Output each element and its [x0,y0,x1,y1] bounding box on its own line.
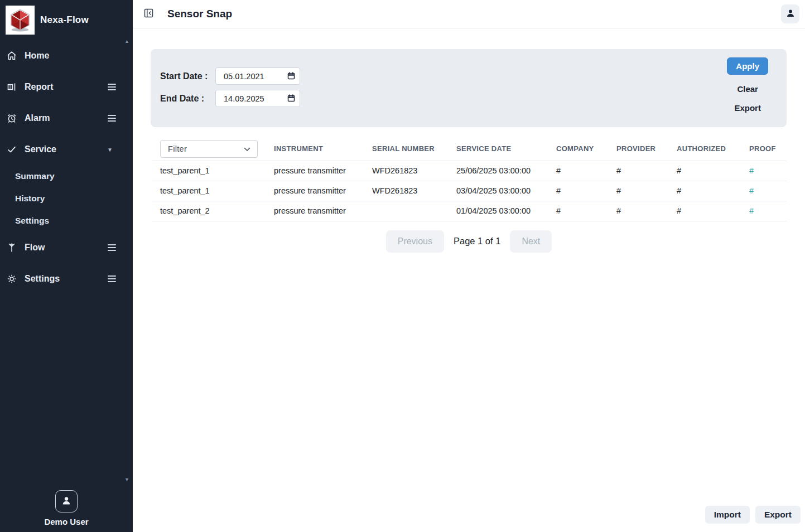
brand: Nexa-Flow [0,0,133,40]
sidebar: Nexa-Flow ▲ Home Report Alarm [0,0,133,532]
submenu-toggle-icon[interactable] [108,115,116,122]
cell-serial-number: WFD261823 [372,161,456,181]
sidebar-item-service[interactable]: Service ▼ [0,134,133,165]
submenu-item-label: History [15,194,45,204]
home-icon [7,51,17,61]
page-indicator: Page 1 of 1 [454,236,500,246]
sidebar-subitem-history[interactable]: History [0,187,133,210]
main-area: Sensor Snap Start Date : End Date : [133,0,805,532]
column-header-instrument: INSTRUMENT [274,137,372,161]
sidebar-item-settings[interactable]: Settings [0,263,133,294]
chevron-down-icon [244,144,250,153]
cell-provider: # [616,201,677,221]
proof-link[interactable]: # [749,186,754,195]
sidebar-item-label: Settings [25,274,108,284]
cell-instrument: pressure transmitter [274,161,372,181]
sidebar-item-report[interactable]: Report [0,71,133,103]
cell-company: # [556,181,616,201]
column-header-authorized: AUTHORIZED [677,137,749,161]
service-table: Filter INSTRUMENT SERIAL NUMBER SERVICE … [152,137,787,221]
export-filter-button[interactable]: Export [734,103,761,113]
user-name: Demo User [0,517,133,526]
cell-instrument: pressure transmitter [274,181,372,201]
apply-button[interactable]: Apply [727,57,768,75]
table-row: test_parent_1 pressure transmitter WFD26… [152,181,787,201]
cell-service-date: 03/04/2025 03:00:00 [456,181,556,201]
import-button[interactable]: Import [705,506,750,524]
filter-select[interactable]: Filter [160,140,258,158]
column-header-service-date: SERVICE DATE [456,137,556,161]
person-icon [785,8,796,20]
cell-proof: # [749,161,787,181]
clear-button[interactable]: Clear [737,84,758,94]
submenu-toggle-icon[interactable] [108,275,116,282]
footer-actions: Import Export [705,506,801,524]
sidebar-item-label: Service [25,144,107,154]
end-date-label: End Date : [160,94,215,104]
alarm-icon [7,113,17,123]
page-title: Sensor Snap [167,8,232,20]
column-header-company: COMPANY [556,137,616,161]
sidebar-item-label: Home [25,51,126,61]
nav-scroll-down-icon[interactable]: ▼ [124,477,129,482]
service-submenu: Summary History Settings [0,165,133,232]
sidebar-subitem-summary[interactable]: Summary [0,165,133,187]
cell-service-date: 25/06/2025 03:00:00 [456,161,556,181]
gear-icon [7,274,17,284]
flow-icon [7,243,17,253]
brand-name: Nexa-Flow [40,14,89,26]
proof-link[interactable]: # [749,166,754,175]
cell-proof: # [749,201,787,221]
proof-link[interactable]: # [749,206,754,215]
column-header-proof: PROOF [749,137,787,161]
cell-company: # [556,161,616,181]
cell-authorized: # [677,201,749,221]
column-header-provider: PROVIDER [616,137,677,161]
cell-serial-number: WFD261823 [372,181,456,201]
header-user-button[interactable] [781,4,799,23]
cell-authorized: # [677,181,749,201]
person-icon [61,495,72,508]
user-avatar-button[interactable] [55,490,78,512]
topbar: Sensor Snap [133,0,805,28]
sidebar-item-home[interactable]: Home [0,40,133,71]
sidebar-collapse-button[interactable] [143,7,155,21]
sidebar-item-alarm[interactable]: Alarm [0,103,133,134]
cell-parent-name: test_parent_1 [152,161,274,181]
end-date-input[interactable] [215,90,300,107]
previous-page-button[interactable]: Previous [386,230,444,253]
export-button[interactable]: Export [755,506,801,524]
cell-serial-number [372,201,456,221]
submenu-item-label: Summary [15,171,55,181]
sidebar-nav: Home Report Alarm Service ▼ Summary H [0,40,133,294]
cell-instrument: pressure transmitter [274,201,372,221]
next-page-button[interactable]: Next [510,230,552,253]
cell-parent-name: test_parent_1 [152,181,274,201]
cell-authorized: # [677,161,749,181]
cell-parent-name: test_parent_2 [152,201,274,221]
submenu-toggle-icon[interactable] [108,244,116,251]
sidebar-item-flow[interactable]: Flow [0,232,133,263]
cell-proof: # [749,181,787,201]
cell-company: # [556,201,616,221]
table-row: test_parent_1 pressure transmitter WFD26… [152,161,787,181]
red-cube-logo [6,6,35,35]
user-block: Demo User [0,490,133,532]
pagination: Previous Page 1 of 1 Next [133,230,805,253]
sidebar-collapse-icon [144,8,153,20]
filter-panel: Start Date : End Date : App [151,49,787,127]
submenu-toggle-icon[interactable] [108,84,116,90]
filter-select-value: Filter [168,144,187,153]
column-header-serial-number: SERIAL NUMBER [372,137,456,161]
report-icon [7,82,17,92]
chevron-down-icon: ▼ [107,147,113,153]
cell-service-date: 01/04/2025 03:00:00 [456,201,556,221]
submenu-item-label: Settings [15,216,49,226]
start-date-input[interactable] [215,67,300,85]
sidebar-item-label: Flow [25,243,108,253]
start-date-label: Start Date : [160,71,215,81]
sidebar-subitem-settings[interactable]: Settings [0,210,133,232]
sidebar-item-label: Alarm [25,113,108,123]
table-row: test_parent_2 pressure transmitter 01/04… [152,201,787,221]
check-icon [7,144,17,154]
